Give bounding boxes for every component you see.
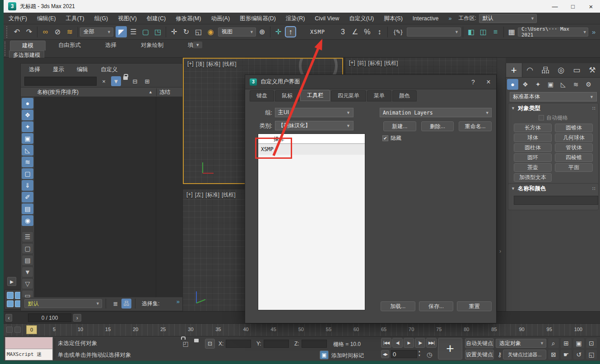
menu-item[interactable]: 视图(V) xyxy=(113,13,142,24)
autogrid-checkbox[interactable] xyxy=(539,115,544,120)
maxscript-listener-input[interactable]: MAXScript 迷 xyxy=(5,349,52,360)
ribbon-drag-handle[interactable] xyxy=(5,41,6,56)
menu-item[interactable]: 图形编辑器(D) xyxy=(235,13,281,24)
maxscript-mini-listener[interactable]: MAXScript 迷 xyxy=(5,337,53,360)
spinner-up-icon[interactable]: ▲ xyxy=(418,350,421,354)
explorer-overflow-icon[interactable]: » xyxy=(177,298,180,305)
detail-view-icon[interactable]: ▤ xyxy=(22,255,33,266)
ribbon-tab[interactable]: 选择 xyxy=(93,41,128,51)
trackbar-mini-curve-icon[interactable] xyxy=(6,327,13,333)
viewport-label[interactable]: [左] xyxy=(195,191,204,199)
object-type-rollout-header[interactable]: ▼ 对象类型 ∷ xyxy=(508,103,598,113)
hide-checkbox[interactable]: ✔ xyxy=(382,135,388,141)
snap-toggle-3d-icon[interactable]: 3 xyxy=(337,26,349,37)
systems-category-icon[interactable]: ⚙ xyxy=(583,79,594,90)
display-shapes-icon[interactable]: ❖ xyxy=(22,110,33,120)
space-warps-category-icon[interactable]: ≋ xyxy=(570,79,581,90)
dialog-action-button[interactable]: 删除... xyxy=(421,121,454,131)
column-name[interactable]: 名称(按升序排序) xyxy=(37,88,79,96)
viewport-label[interactable]: [+] xyxy=(349,60,355,67)
absolute-mode-toggle-icon[interactable]: ⊡ xyxy=(205,339,215,349)
timeline-prev-icon[interactable]: ‹ xyxy=(5,314,12,322)
object-type-button[interactable]: 四棱锥 xyxy=(555,153,593,162)
menu-item[interactable]: 编辑(E) xyxy=(32,13,61,24)
object-type-button[interactable]: 加强型文本 xyxy=(514,173,552,182)
viewport-label[interactable]: [线框] xyxy=(384,60,398,67)
reference-coordinate-dropdown[interactable]: 视图▼ xyxy=(218,28,256,37)
select-object-icon[interactable]: ◤ xyxy=(116,26,127,37)
object-type-button[interactable]: 平面 xyxy=(555,163,593,172)
timeline-next-icon[interactable]: › xyxy=(73,314,81,322)
column-frozen[interactable]: 冻结 xyxy=(156,88,182,96)
selection-filter-dropdown[interactable]: 全部▼ xyxy=(80,28,113,37)
select-and-link-icon[interactable]: ∞ xyxy=(40,26,51,37)
viewport-label[interactable]: [标准] xyxy=(368,60,382,67)
explorer-menu-item[interactable]: 显示 xyxy=(47,64,70,75)
dialog-tab[interactable]: 颜色 xyxy=(392,90,417,101)
add-time-tag-label[interactable]: 添加时间标记 xyxy=(331,352,364,359)
time-tag-cube-icon[interactable]: ▣ xyxy=(320,350,329,359)
object-type-button[interactable]: 圆环 xyxy=(514,153,552,162)
explorer-menu-item[interactable]: 选择 xyxy=(23,64,47,75)
display-helpers-icon[interactable]: ◺ xyxy=(22,145,33,156)
object-type-button[interactable]: 茶壶 xyxy=(514,163,552,172)
cameras-category-icon[interactable]: ▣ xyxy=(545,79,556,90)
mirror-icon[interactable]: ◧ xyxy=(465,26,477,37)
spinner-down-icon[interactable]: ▼ xyxy=(418,354,421,358)
dialog-close-button[interactable]: × xyxy=(481,78,496,86)
display-lights-icon[interactable]: ✦ xyxy=(22,121,33,132)
viewport-scroll-strip[interactable]: › xyxy=(497,58,506,311)
dialog-tab[interactable]: 菜单 xyxy=(367,90,391,101)
playback-button[interactable]: ▶ xyxy=(404,338,414,348)
viewport-label[interactable]: [前] xyxy=(358,60,366,67)
shapes-category-icon[interactable]: ❖ xyxy=(520,79,531,90)
toolbar-name-dropdown[interactable]: Animation Layers▼ xyxy=(380,108,492,117)
explorer-object-list[interactable] xyxy=(34,97,182,298)
maximize-viewport-toggle-icon[interactable]: ◱ xyxy=(586,350,597,359)
viewport-label[interactable]: [顶] xyxy=(196,60,205,68)
hierarchy-tab-icon[interactable]: 品 xyxy=(538,63,553,77)
dialog-footer-button[interactable]: 保存... xyxy=(419,301,454,311)
modify-tab-icon[interactable]: ◠ xyxy=(522,63,538,77)
keyboard-override-toggle-icon[interactable]: ↑ xyxy=(285,26,296,37)
rollout-grip-icon[interactable]: ∷ xyxy=(592,106,595,111)
layers-stack-icon[interactable]: ≣ xyxy=(111,299,121,309)
unlink-selection-icon[interactable]: ⊘ xyxy=(52,26,63,37)
explorer-column-header[interactable]: 名称(按升序排序) ▲ 冻结 xyxy=(21,87,182,97)
display-cameras-icon[interactable]: ▣ xyxy=(22,133,33,144)
object-name-input[interactable] xyxy=(514,196,598,205)
set-key-big-button[interactable]: + xyxy=(438,338,462,359)
menu-item[interactable]: Interactive xyxy=(408,13,444,24)
object-type-button[interactable]: 圆锥体 xyxy=(555,124,593,132)
display-tab-icon[interactable]: ▭ xyxy=(569,63,585,77)
menu-item[interactable]: 组(G) xyxy=(89,13,113,24)
trackbar-filter-icon[interactable] xyxy=(14,327,21,333)
list-view-icon[interactable]: ☰ xyxy=(22,231,33,242)
key-filters-button[interactable]: 关键点过滤器... xyxy=(503,350,546,359)
dialog-action-button[interactable]: 重命名... xyxy=(459,121,492,131)
explorer-menu-item[interactable]: 编辑 xyxy=(70,64,94,75)
set-key-button[interactable]: 设置关键点 xyxy=(465,350,494,359)
z-coordinate-field[interactable] xyxy=(302,340,327,348)
dialog-footer-button[interactable]: 重置 xyxy=(457,301,492,311)
toolbar-drag-handle[interactable] xyxy=(6,26,9,38)
viewport-label[interactable]: [+] xyxy=(186,191,193,199)
display-geometry-icon[interactable]: ● xyxy=(22,98,33,109)
utilities-tab-icon[interactable]: ⚒ xyxy=(585,63,600,77)
display-bones-icon[interactable]: ✐ xyxy=(22,192,33,203)
menu-item[interactable]: Civil View xyxy=(310,13,344,24)
display-containers-icon[interactable]: ▤ xyxy=(22,203,33,214)
menu-item[interactable]: 渲染(R) xyxy=(281,13,310,24)
time-configuration-icon[interactable]: ◷ xyxy=(424,350,434,359)
dialog-tab[interactable]: 鼠标 xyxy=(275,90,299,101)
menu-item[interactable]: 创建(C) xyxy=(142,13,171,24)
select-and-place-icon[interactable]: ◉ xyxy=(205,26,216,37)
menu-overflow-icon[interactable]: » xyxy=(444,13,457,24)
select-by-name-icon[interactable]: ☰ xyxy=(128,26,139,37)
select-and-rotate-icon[interactable]: ↻ xyxy=(181,26,192,37)
playback-button[interactable]: |◀◀ xyxy=(381,338,391,348)
create-tab-icon[interactable]: + xyxy=(506,63,522,77)
dialog-help-button[interactable]: ? xyxy=(465,78,481,86)
auto-key-button[interactable]: 自动关键点 xyxy=(465,338,494,348)
edit-named-selection-sets-icon[interactable]: {✎} xyxy=(390,26,406,37)
